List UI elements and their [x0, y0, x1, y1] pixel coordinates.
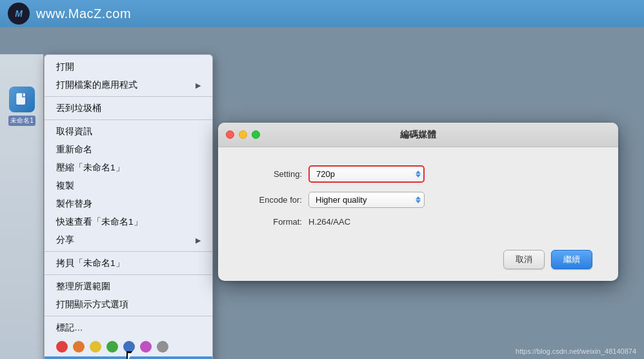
- submenu-arrow-share-icon: ▶: [196, 236, 201, 245]
- color-dot-red[interactable]: [56, 341, 68, 353]
- submenu-arrow-icon: ▶: [196, 81, 201, 90]
- continue-button[interactable]: 繼續: [551, 250, 592, 269]
- encode-select[interactable]: Higher quality Faster encode Lower quali…: [308, 192, 425, 208]
- svg-rect-0: [16, 93, 25, 105]
- site-url: www.MacZ.com: [36, 6, 131, 21]
- encode-dialog: 編碼媒體 Setting: 720p 1080p 4K: [218, 123, 618, 281]
- encode-for-row: Encode for: Higher quality Faster encode…: [244, 192, 592, 208]
- logo: M: [8, 3, 30, 25]
- setting-row: Setting: 720p 1080p 4K: [244, 165, 592, 183]
- menu-item-open-with[interactable]: 打開檔案的應用程式 ▶: [45, 76, 212, 97]
- close-button[interactable]: [226, 130, 234, 139]
- context-menu: 打開 打開檔案的應用程式 ▶ 丟到垃圾桶 取得資訊 重新命名 壓縮「未命名1」 …: [44, 54, 213, 359]
- color-dot-green[interactable]: [106, 341, 118, 353]
- setting-select[interactable]: 720p 1080p 4K: [308, 165, 425, 183]
- format-row: Format: H.264/AAC: [244, 217, 592, 227]
- color-dot-blue[interactable]: [123, 341, 135, 353]
- desktop: 未命名1 打開 打開檔案的應用程式 ▶ 丟到垃圾桶 取得資訊 重新命名 壓縮「未…: [0, 27, 644, 359]
- color-dots-row: [45, 337, 212, 356]
- menu-item-compress[interactable]: 壓縮「未命名1」: [45, 159, 212, 177]
- top-bar: M www.MacZ.com: [0, 0, 644, 27]
- cancel-button[interactable]: 取消: [503, 250, 545, 269]
- menu-item-trash[interactable]: 丟到垃圾桶: [45, 99, 212, 120]
- maximize-button[interactable]: [252, 130, 260, 139]
- menu-item-quick-look[interactable]: 快速查看「未命名1」: [45, 213, 212, 231]
- format-label: Format:: [244, 217, 302, 227]
- dialog-body: Setting: 720p 1080p 4K Encode for:: [218, 147, 618, 243]
- menu-item-rename[interactable]: 重新命名: [45, 141, 212, 159]
- minimize-button[interactable]: [239, 130, 247, 139]
- window-controls: [226, 130, 260, 139]
- encode-for-label: Encode for:: [244, 195, 302, 205]
- bottom-watermark: https://blog.csdn.net/weixin_48140874: [516, 347, 636, 355]
- menu-item-encode[interactable]: 為所選的影片檔案編碼: [45, 356, 212, 359]
- menu-item-make-alias[interactable]: 製作替身: [45, 195, 212, 213]
- color-dot-yellow[interactable]: [90, 341, 101, 353]
- color-dot-purple[interactable]: [140, 341, 152, 353]
- color-dot-orange[interactable]: [73, 341, 85, 353]
- menu-item-get-info[interactable]: 取得資訊: [45, 123, 212, 141]
- logo-letter: M: [15, 8, 23, 19]
- color-dot-gray[interactable]: [157, 341, 168, 353]
- menu-item-tags[interactable]: 標記…: [45, 319, 212, 337]
- menu-item-copy[interactable]: 拷貝「未命名1」: [45, 254, 212, 275]
- format-value: H.264/AAC: [308, 217, 350, 227]
- menu-item-organize[interactable]: 整理所選範圍: [45, 278, 212, 296]
- encode-select-wrapper: Higher quality Faster encode Lower quali…: [308, 192, 425, 208]
- menu-item-open[interactable]: 打開: [45, 58, 212, 76]
- setting-select-wrapper: 720p 1080p 4K: [308, 165, 425, 183]
- finder-file-item[interactable]: 未命名1: [3, 87, 41, 126]
- setting-label: Setting:: [244, 169, 302, 179]
- finder-sidebar: 未命名1: [0, 54, 44, 359]
- file-label: 未命名1: [8, 116, 35, 126]
- file-icon: [9, 87, 35, 112]
- dialog-footer: 取消 繼續: [218, 243, 618, 281]
- menu-item-view-options[interactable]: 打開顯示方式選項: [45, 296, 212, 316]
- dialog-titlebar: 編碼媒體: [218, 123, 618, 147]
- dialog-title: 編碼媒體: [400, 129, 436, 141]
- menu-item-duplicate[interactable]: 複製: [45, 177, 212, 195]
- menu-item-share[interactable]: 分享 ▶: [45, 231, 212, 252]
